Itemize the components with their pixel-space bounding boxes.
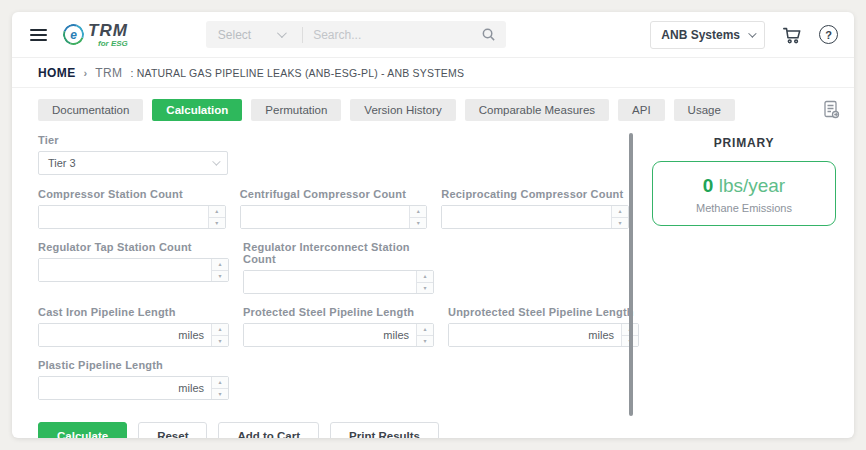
methane-emissions-result-card: 0 lbs/year Methane Emissions	[652, 161, 836, 226]
regulator-tap-station-count-input[interactable]	[39, 259, 211, 281]
org-selector-button[interactable]: ANB Systems	[650, 21, 765, 49]
org-name: ANB Systems	[661, 28, 740, 42]
field-label: Unprotected Steel Pipeline Length	[448, 306, 639, 318]
tab-permutation[interactable]: Permutation	[251, 99, 341, 121]
tab-calculation[interactable]: Calculation	[152, 99, 242, 121]
breadcrumb: HOME › TRM : NATURAL GAS PIPELINE LEAKS …	[12, 58, 854, 88]
page-title: : NATURAL GAS PIPELINE LEAKS (ANB-ESG-PL…	[130, 67, 464, 79]
tier-selected-value: Tier 3	[48, 157, 212, 169]
scrollbar-thumb[interactable]	[629, 133, 633, 416]
tab-comparable-measures[interactable]: Comparable Measures	[465, 99, 609, 121]
field-label: Cast Iron Pipeline Length	[38, 306, 229, 318]
regulator-interconnect-station-count-input[interactable]	[244, 271, 416, 293]
unit-label: miles	[588, 329, 621, 341]
field-label: Regulator Tap Station Count	[38, 241, 229, 253]
stepper-up-button[interactable]: ▴	[612, 206, 628, 217]
logo-e-icon: e	[60, 21, 88, 49]
tier-select[interactable]: Tier 3	[38, 151, 228, 175]
stepper-down-button[interactable]: ▾	[212, 270, 228, 282]
stepper-down-button[interactable]: ▾	[212, 335, 228, 347]
result-value: 0	[703, 175, 714, 196]
app-logo[interactable]: e TRM for ESG	[63, 22, 128, 48]
global-search-bar: Select	[206, 21, 506, 48]
stepper-up-button[interactable]: ▴	[212, 324, 228, 335]
stepper-down-button[interactable]: ▾	[612, 217, 628, 229]
chevron-down-icon	[277, 28, 287, 38]
search-input[interactable]	[313, 28, 481, 42]
primary-heading: PRIMARY	[634, 136, 854, 150]
unit-label: miles	[178, 329, 211, 341]
tab-api[interactable]: API	[618, 99, 665, 121]
app-window: e TRM for ESG Select ANB Systems	[12, 12, 854, 438]
breadcrumb-separator: ›	[84, 67, 88, 79]
field-label: Reciprocating Compressor Count	[441, 188, 629, 200]
tab-usage[interactable]: Usage	[674, 99, 735, 121]
tier-label: Tier	[38, 134, 629, 146]
stepper-down-button[interactable]: ▾	[417, 282, 433, 294]
stepper-down-button[interactable]: ▾	[212, 388, 228, 400]
stepper-up-button[interactable]: ▴	[410, 206, 426, 217]
results-panel: PRIMARY 0 lbs/year Methane Emissions	[634, 128, 854, 438]
tab-version-history[interactable]: Version History	[350, 99, 455, 121]
reciprocating-compressor-count-input[interactable]	[442, 206, 611, 228]
stepper-up-button[interactable]: ▴	[209, 206, 225, 217]
logo-tagline: for ESG	[88, 40, 128, 48]
stepper-up-button[interactable]: ▴	[212, 259, 228, 270]
compressor-station-count-input[interactable]	[39, 206, 208, 228]
print-results-button[interactable]: Print Results	[330, 422, 439, 438]
add-to-cart-button[interactable]: Add to Cart	[218, 422, 319, 438]
unit-label: miles	[383, 329, 416, 341]
stepper-up-button[interactable]: ▴	[417, 271, 433, 282]
breadcrumb-section[interactable]: TRM	[95, 66, 122, 80]
chevron-down-icon	[748, 29, 756, 37]
calculation-form: Tier Tier 3 Compressor Station Count ▴▾ …	[12, 128, 629, 438]
search-category-select[interactable]: Select	[206, 28, 292, 42]
cast-iron-pipeline-length-input[interactable]	[39, 324, 178, 346]
stepper-down-button[interactable]: ▾	[417, 335, 433, 347]
stepper-up-button[interactable]: ▴	[212, 377, 228, 388]
document-icon[interactable]	[823, 100, 840, 120]
unit-label: miles	[178, 382, 211, 394]
logo-title: TRM	[88, 22, 128, 39]
unprotected-steel-pipeline-length-input[interactable]	[449, 324, 588, 346]
help-icon[interactable]: ?	[819, 25, 838, 44]
stepper-down-button[interactable]: ▾	[209, 217, 225, 229]
field-label: Plastic Pipeline Length	[38, 359, 229, 371]
result-caption: Methane Emissions	[661, 202, 827, 214]
search-icon[interactable]	[481, 27, 496, 42]
plastic-pipeline-length-input[interactable]	[39, 377, 178, 399]
cart-icon[interactable]	[781, 25, 803, 45]
tab-bar: Documentation Calculation Permutation Ve…	[12, 88, 854, 128]
hamburger-menu-icon[interactable]	[30, 26, 47, 44]
chevron-down-icon	[212, 157, 220, 165]
centrifugal-compressor-count-input[interactable]	[241, 206, 410, 228]
field-label: Regulator Interconnect Station Count	[243, 241, 434, 265]
search-category-label: Select	[218, 28, 251, 42]
field-label: Compressor Station Count	[38, 188, 226, 200]
field-label: Protected Steel Pipeline Length	[243, 306, 434, 318]
reset-button[interactable]: Reset	[138, 422, 207, 438]
divider	[302, 27, 303, 43]
tab-documentation[interactable]: Documentation	[38, 99, 143, 121]
protected-steel-pipeline-length-input[interactable]	[244, 324, 383, 346]
stepper-up-button[interactable]: ▴	[417, 324, 433, 335]
calculate-button[interactable]: Calculate	[38, 422, 127, 438]
stepper-down-button[interactable]: ▾	[410, 217, 426, 229]
top-header: e TRM for ESG Select ANB Systems	[12, 12, 854, 58]
result-unit: lbs/year	[719, 175, 786, 196]
breadcrumb-home-link[interactable]: HOME	[38, 66, 76, 80]
field-label: Centrifugal Compressor Count	[240, 188, 428, 200]
